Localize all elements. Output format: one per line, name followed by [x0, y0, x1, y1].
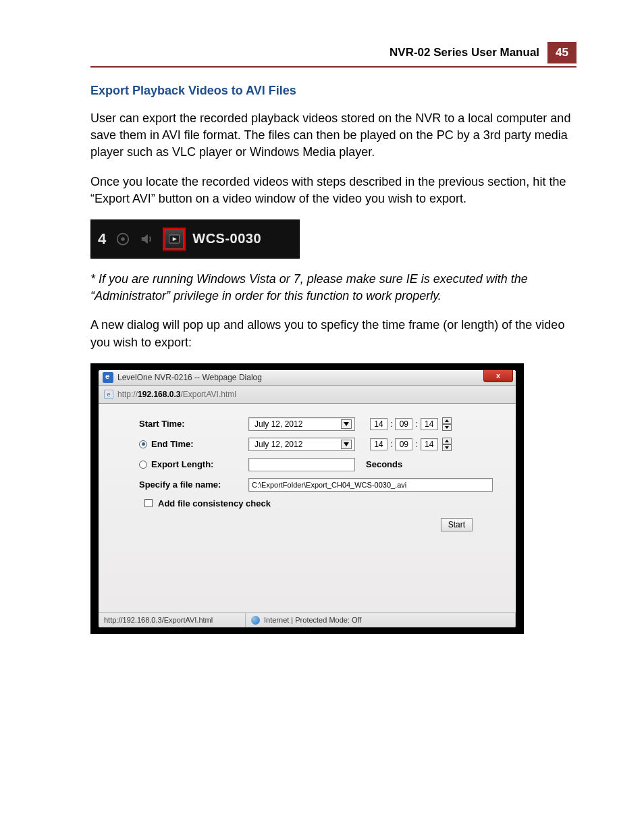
speaker-icon	[138, 230, 156, 248]
spin-up-icon	[442, 417, 452, 424]
admin-note: * If you are running Windows Vista or 7,…	[90, 271, 576, 305]
page-header: NVR-02 Series User Manual 45	[90, 42, 576, 68]
export-length-label: Export Length:	[139, 459, 248, 469]
filename-input[interactable]: C:\ExportFolder\Export_CH04_WCS-0030_.av…	[248, 478, 493, 492]
end-time-label: End Time:	[139, 439, 248, 449]
channel-number: 4	[98, 230, 106, 248]
page-number: 45	[547, 42, 576, 63]
end-minute[interactable]: 09	[395, 438, 412, 450]
start-minute[interactable]: 09	[395, 418, 412, 430]
dialog-address-bar: e http://192.168.0.3/ExportAVI.html	[99, 386, 516, 404]
end-date-combo[interactable]: July 12, 2012	[248, 438, 355, 451]
filename-label: Specify a file name:	[139, 479, 248, 490]
start-hour[interactable]: 14	[370, 418, 387, 430]
dropdown-icon[interactable]	[341, 419, 352, 429]
end-time-radio[interactable]	[139, 440, 147, 448]
start-date-value: July 12, 2012	[254, 419, 302, 429]
status-url: http://192.168.0.3/ExportAVI.html	[99, 613, 246, 627]
end-time-spinner[interactable]	[442, 438, 452, 451]
consistency-label: Add file consistency check	[158, 498, 271, 509]
start-second[interactable]: 14	[421, 418, 438, 430]
dialog-title: LevelOne NVR-0216 -- Webpage Dialog	[117, 373, 262, 382]
spin-down-icon	[442, 424, 452, 431]
dialog-url: http://192.168.0.3/ExportAVI.html	[117, 390, 236, 399]
status-zone: Internet | Protected Mode: Off	[246, 613, 516, 627]
start-time-spinner[interactable]	[442, 417, 452, 431]
section-title: Export Playback Videos to AVI Files	[90, 84, 576, 98]
dialog-body: Start Time: July 12, 2012 14 : 09 : 14	[99, 404, 516, 613]
paragraph-2: Once you locate the recorded videos with…	[90, 174, 576, 207]
dialog-status-bar: http://192.168.0.3/ExportAVI.html Intern…	[99, 613, 516, 627]
spin-down-icon	[442, 444, 452, 451]
manual-title: NVR-02 Series User Manual	[390, 46, 539, 59]
export-avi-icon[interactable]	[165, 230, 184, 249]
internet-zone-icon	[251, 616, 260, 625]
export-length-radio[interactable]	[139, 461, 147, 469]
start-time-label: Start Time:	[139, 419, 248, 429]
end-date-value: July 12, 2012	[254, 440, 302, 449]
consistency-checkbox[interactable]	[144, 499, 153, 507]
consistency-row: Add file consistency check	[144, 498, 493, 509]
dropdown-icon[interactable]	[341, 440, 352, 449]
svg-point-1	[122, 237, 126, 241]
start-button[interactable]: Start	[441, 518, 473, 531]
paragraph-1: User can export the recorded playback vi…	[90, 110, 576, 161]
video-toolbar-figure: 4 WCS-0030	[90, 219, 300, 259]
export-avi-button-highlight	[163, 228, 186, 251]
spin-up-icon	[442, 438, 452, 444]
end-second[interactable]: 14	[421, 438, 438, 450]
dialog-title-bar: LevelOne NVR-0216 -- Webpage Dialog x	[99, 370, 516, 386]
ie-icon	[103, 372, 113, 383]
seconds-label: Seconds	[366, 459, 402, 469]
snapshot-icon	[114, 230, 132, 248]
close-button[interactable]: x	[483, 370, 513, 382]
export-avi-dialog: LevelOne NVR-0216 -- Webpage Dialog x e …	[99, 370, 516, 627]
dialog-figure-wrapper: LevelOne NVR-0216 -- Webpage Dialog x e …	[90, 363, 524, 634]
paragraph-3: A new dialog will pop up and allows you …	[90, 317, 576, 350]
export-length-input[interactable]	[248, 458, 355, 471]
end-hour[interactable]: 14	[370, 438, 387, 450]
page-icon: e	[104, 390, 113, 399]
start-date-combo[interactable]: July 12, 2012	[248, 417, 355, 431]
camera-label: WCS-0030	[192, 231, 261, 246]
